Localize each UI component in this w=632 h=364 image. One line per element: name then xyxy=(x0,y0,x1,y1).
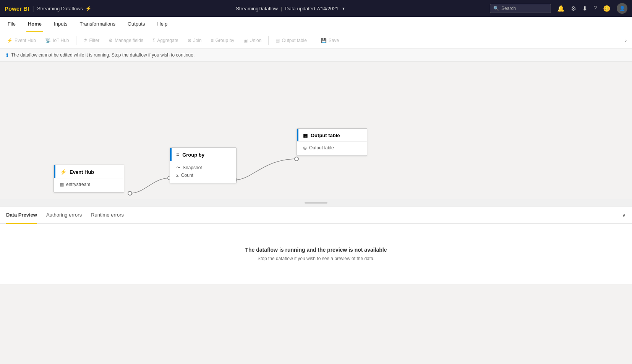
navbar: File Home Inputs Transformations Outputs… xyxy=(0,17,632,32)
join-icon: ⊕ xyxy=(188,38,191,43)
panel-expand-icon[interactable]: ∨ xyxy=(622,212,626,218)
bottom-content: The dataflow is running and the preview … xyxy=(0,224,632,284)
groupby-icon: ≡ xyxy=(211,38,214,43)
manage-fields-label: Manage fields xyxy=(115,38,143,43)
group-by-header: ≡ Group by xyxy=(170,148,236,161)
union-label: Union xyxy=(250,38,261,43)
topbar-center: StreamingDataflow | Data updated 7/14/20… xyxy=(96,6,485,11)
svg-point-3 xyxy=(295,157,298,161)
output-table-body: ◎ OutputTable xyxy=(297,141,367,155)
output-table-header-icon: ▦ xyxy=(303,133,308,138)
chevron-down-icon[interactable]: ▼ xyxy=(342,6,345,11)
powerbi-logo: Power BI xyxy=(5,5,29,12)
eventhub-label: Event Hub xyxy=(15,38,36,43)
entrystream-label: entrystream xyxy=(66,182,90,187)
toolbar: ⚡ Event Hub 📡 IoT Hub ⚗ Filter ⚙ Manage … xyxy=(0,32,632,49)
manage-fields-icon: ⚙ xyxy=(109,38,113,43)
outputtable-label: OutputTable xyxy=(309,145,334,150)
count-icon: Σ xyxy=(176,173,179,178)
output-table-button[interactable]: ▦ Output table xyxy=(272,36,310,45)
resize-handle[interactable] xyxy=(305,202,327,204)
search-icon: 🔍 xyxy=(493,6,499,11)
settings-icon[interactable]: ⚙ xyxy=(571,5,576,12)
data-updated: Data updated 7/14/2021 xyxy=(285,6,339,11)
group-by-field-snapshot: 〜 Snapshot xyxy=(176,163,232,171)
toolbar-sep-2 xyxy=(268,36,269,45)
entrystream-icon: ▦ xyxy=(60,182,64,187)
nav-help[interactable]: Help xyxy=(156,17,169,32)
iothub-icon: 📡 xyxy=(45,38,51,43)
aggregate-icon: Σ xyxy=(152,38,155,43)
iothub-button[interactable]: 📡 IoT Hub xyxy=(41,36,73,45)
notifications-icon[interactable]: 🔔 xyxy=(557,5,565,12)
info-message: The dataflow cannot be edited while it i… xyxy=(11,52,194,58)
group-by-title: Group by xyxy=(182,152,204,158)
eventhub-icon: ⚡ xyxy=(7,38,13,43)
filter-icon: ⚗ xyxy=(83,38,88,43)
brand-area: Power BI | Streaming Dataflows ⚡ xyxy=(5,5,91,13)
bottom-tabs: Data Preview Authoring errors Runtime er… xyxy=(0,207,632,224)
groupby-button[interactable]: ≡ Group by xyxy=(207,36,238,45)
union-button[interactable]: ▣ Union xyxy=(240,36,265,45)
tab-authoring-errors[interactable]: Authoring errors xyxy=(46,207,82,224)
save-button[interactable]: 💾 Save xyxy=(317,36,343,45)
event-hub-header: ⚡ Event Hub xyxy=(54,165,124,178)
nav-file[interactable]: File xyxy=(6,17,17,32)
download-icon[interactable]: ⬇ xyxy=(582,5,587,12)
aggregate-button[interactable]: Σ Aggregate xyxy=(149,36,182,45)
avatar[interactable]: 👤 xyxy=(617,3,627,14)
bottom-panel: Data Preview Authoring errors Runtime er… xyxy=(0,207,632,284)
event-hub-title: Event Hub xyxy=(70,169,94,175)
join-label: Join xyxy=(193,38,202,43)
nav-outputs[interactable]: Outputs xyxy=(126,17,147,32)
event-hub-header-icon: ⚡ xyxy=(60,169,66,175)
event-hub-node[interactable]: ⚡ Event Hub ▦ entrystream xyxy=(53,165,124,193)
svg-point-0 xyxy=(128,191,132,195)
event-hub-body: ▦ entrystream xyxy=(54,178,124,192)
snapshot-icon: 〜 xyxy=(176,165,180,170)
output-table-node[interactable]: ▦ Output table ◎ OutputTable xyxy=(297,128,367,156)
nav-home[interactable]: Home xyxy=(26,17,43,32)
nav-transformations[interactable]: Transformations xyxy=(78,17,117,32)
preview-main-message: The dataflow is running and the preview … xyxy=(8,247,624,253)
aggregate-label: Aggregate xyxy=(157,38,178,43)
group-by-field-count: Σ Count xyxy=(176,171,232,179)
groupby-label: Group by xyxy=(216,38,234,43)
filter-button[interactable]: ⚗ Filter xyxy=(79,36,104,45)
canvas: ⚡ Event Hub ▦ entrystream ≡ Group by 〜 S… xyxy=(0,61,632,199)
snapshot-label: Snapshot xyxy=(183,165,202,170)
topbar-separator: | xyxy=(281,6,282,11)
toolbar-more[interactable]: › xyxy=(623,35,629,45)
user-icon[interactable]: 😊 xyxy=(603,5,611,12)
toolbar-sep-1 xyxy=(76,36,76,45)
search-label: Search xyxy=(501,6,516,11)
help-icon[interactable]: ? xyxy=(593,5,597,12)
lightning-icon: ⚡ xyxy=(85,6,91,11)
output-table-icon: ▦ xyxy=(275,38,280,43)
eventhub-button[interactable]: ⚡ Event Hub xyxy=(3,36,40,45)
count-label: Count xyxy=(181,173,193,178)
event-hub-field-entrystream: ▦ entrystream xyxy=(60,181,119,188)
manage-fields-button[interactable]: ⚙ Manage fields xyxy=(105,36,147,45)
dataflow-name: StreamingDataflow xyxy=(236,6,278,11)
tab-runtime-errors[interactable]: Runtime errors xyxy=(91,207,124,224)
group-by-body: 〜 Snapshot Σ Count xyxy=(170,161,236,183)
app-title: Streaming Dataflows ⚡ xyxy=(37,6,91,11)
topbar-icons: 🔍 Search 🔔 ⚙ ⬇ ? 😊 👤 xyxy=(490,3,627,14)
group-by-node[interactable]: ≡ Group by 〜 Snapshot Σ Count xyxy=(170,147,237,183)
infobar: ℹ The dataflow cannot be edited while it… xyxy=(0,49,632,61)
outputtable-icon: ◎ xyxy=(303,146,307,150)
search-box[interactable]: 🔍 Search xyxy=(490,4,551,13)
app-name: Streaming Dataflows xyxy=(37,6,83,11)
join-button[interactable]: ⊕ Join xyxy=(184,36,206,45)
tab-data-preview[interactable]: Data Preview xyxy=(6,207,37,224)
nav-inputs[interactable]: Inputs xyxy=(52,17,69,32)
resize-bar[interactable] xyxy=(0,199,632,207)
filter-label: Filter xyxy=(89,38,100,43)
save-label: Save xyxy=(329,38,339,43)
preview-sub-message: Stop the dataflow if you wish to see a p… xyxy=(8,256,624,261)
output-table-field: ◎ OutputTable xyxy=(303,144,362,152)
toolbar-sep-3 xyxy=(314,36,314,45)
output-table-label: Output table xyxy=(282,38,306,43)
save-icon: 💾 xyxy=(321,38,327,43)
